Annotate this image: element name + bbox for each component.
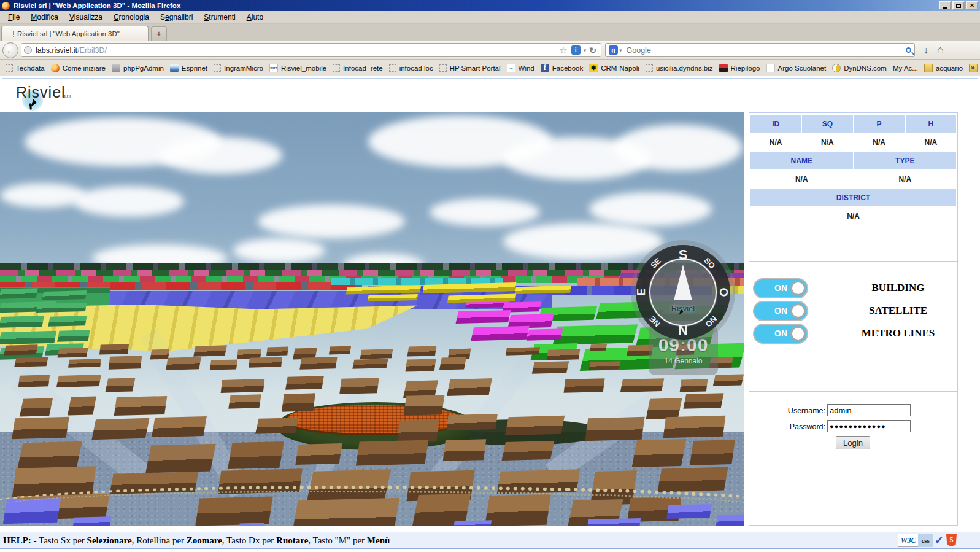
- brown-building: [99, 344, 129, 354]
- url-dropdown-icon[interactable]: ▾: [584, 47, 587, 53]
- dyndns-icon: [832, 64, 841, 72]
- bookmark-infocad-rete[interactable]: Infocad -rete: [330, 63, 386, 73]
- green-row-block: [0, 316, 44, 328]
- search-input[interactable]: [627, 46, 906, 55]
- compass-west: O: [717, 288, 731, 297]
- bookmark-crm-napoli[interactable]: ✱CRM-Napoli: [586, 63, 642, 74]
- bookmark-hp-smart-portal[interactable]: HP Smart Portal: [436, 63, 504, 73]
- bookmark-acquario[interactable]: acquario: [921, 63, 966, 74]
- minimize-icon: [943, 7, 947, 9]
- brown-building: [4, 344, 37, 355]
- bookmark-wind[interactable]: ~Wind: [504, 63, 538, 74]
- bookmark-dyndns[interactable]: DynDNS.com - My Ac...: [829, 63, 921, 74]
- window-title: Risviel srl | "Web Application 3D" - Moz…: [14, 2, 180, 9]
- search-icon[interactable]: [906, 47, 911, 53]
- brown-building: [403, 395, 444, 415]
- bookmarks-overflow-chevron-icon[interactable]: »: [971, 63, 975, 72]
- brown-building: [690, 440, 735, 465]
- url-path: /Erbil3D/: [77, 46, 107, 55]
- active-tab[interactable]: Risviel srl | "Web Application 3D": [1, 26, 149, 41]
- brown-building: [18, 375, 50, 387]
- restore-button[interactable]: [952, 1, 965, 10]
- brown-building: [620, 378, 665, 392]
- bookmark-argo-scuolanet[interactable]: Argo Scuolanet: [763, 63, 830, 74]
- google-engine-icon[interactable]: g: [609, 45, 618, 55]
- menu-cronologia[interactable]: Cronologia: [108, 12, 155, 23]
- download-icon[interactable]: ↓: [924, 45, 928, 56]
- minimize-button[interactable]: [939, 1, 951, 10]
- magenta-district-block: [471, 326, 529, 341]
- bookmark-phppgadmin[interactable]: phpPgAdmin: [109, 63, 167, 74]
- window-titlebar[interactable]: Risviel srl | "Web Application 3D" - Moz…: [0, 0, 980, 11]
- back-button[interactable]: ←: [2, 42, 18, 58]
- clock-date: 14 Gennaio: [649, 357, 718, 365]
- username-field[interactable]: [827, 404, 911, 416]
- close-button[interactable]: ✕: [966, 1, 978, 10]
- password-field[interactable]: [827, 420, 911, 432]
- menu-modifica[interactable]: Modifica: [25, 12, 64, 23]
- compass-widget[interactable]: S N E O SE SO NE NO Risviel: [636, 245, 730, 340]
- reload-icon[interactable]: ↻: [589, 45, 596, 55]
- info-icon[interactable]: i: [571, 45, 581, 55]
- menu-aiuto[interactable]: Aiuto: [241, 12, 269, 23]
- bookmark-riepilogo[interactable]: Riepilogo: [716, 63, 763, 74]
- bookmark-ingrammicro[interactable]: IngramMicro: [210, 63, 266, 73]
- brown-building: [105, 378, 135, 392]
- compass-needle-icon: [674, 265, 692, 300]
- login-button[interactable]: Login: [836, 436, 870, 449]
- home-icon[interactable]: ⌂: [937, 44, 944, 56]
- brown-building: [56, 375, 101, 387]
- compass-logo: Risviel: [671, 304, 695, 313]
- metro-lines-toggle[interactable]: ON: [753, 324, 808, 344]
- help-prefix: HELP:: [3, 535, 31, 546]
- toggle-knob[interactable]: [790, 303, 806, 319]
- search-engine-dropdown-icon[interactable]: ▾: [619, 47, 622, 53]
- brown-building: [439, 357, 466, 370]
- col-header-district: DISTRICT: [750, 189, 956, 206]
- bookmark-come-iniziare[interactable]: Come iniziare: [48, 63, 109, 74]
- brown-building: [564, 378, 606, 393]
- col-header-name: NAME: [750, 152, 853, 169]
- 3d-viewport[interactable]: X:410917.53 - Y:4006615.5Development Bui…: [0, 112, 744, 526]
- bookmark-usicilia[interactable]: usicilia.dyndns.biz: [642, 63, 716, 73]
- cloud: [160, 137, 282, 174]
- url-bar[interactable]: labs.risviel.it /Erbil3D/ ☆ i ▾ ↻: [21, 43, 601, 57]
- brown-building: [114, 396, 167, 416]
- value-sq: N/A: [802, 134, 852, 151]
- risviel-logo[interactable]: Risviels.r.l: [16, 84, 71, 101]
- new-tab-button[interactable]: +: [151, 26, 167, 41]
- search-box[interactable]: g ▾: [605, 43, 915, 57]
- bookmark-star-icon[interactable]: ☆: [559, 45, 567, 56]
- default-bookmark-icon: [6, 64, 13, 72]
- menu-bar: File Modifica Visualizza Cronologia Segn…: [0, 11, 980, 24]
- username-label: Username:: [749, 406, 825, 415]
- brown-building: [658, 467, 728, 492]
- menu-strumenti[interactable]: Strumenti: [198, 12, 241, 23]
- brown-building: [249, 357, 282, 367]
- cloud: [233, 238, 325, 263]
- default-bookmark-icon: [646, 64, 653, 72]
- menu-visualizza[interactable]: Visualizza: [64, 12, 108, 23]
- green-row-block: [0, 288, 38, 299]
- html5-badge-icon[interactable]: 5: [946, 534, 957, 546]
- toggle-knob[interactable]: [790, 326, 806, 341]
- default-favicon-icon: [7, 31, 14, 37]
- tab-title: Risviel srl | "Web Application 3D": [17, 30, 120, 37]
- bookmark-techdata[interactable]: Techdata: [2, 63, 48, 73]
- building-toggle[interactable]: ON: [753, 278, 808, 298]
- bookmark-esprinet[interactable]: Esprinet: [167, 63, 210, 74]
- toggle-knob[interactable]: [790, 281, 806, 296]
- brown-building: [145, 443, 215, 473]
- bookmarks-toolbar: Techdata Come iniziare phpPgAdmin Esprin…: [0, 60, 980, 76]
- bookmark-risviel-mobile[interactable]: WRTRisviel_mobile: [266, 63, 330, 74]
- brown-building: [68, 359, 101, 367]
- satellite-label: SATELLITE: [841, 305, 955, 317]
- bookmark-infocad-loc[interactable]: infocad loc: [386, 63, 436, 73]
- brown-building: [663, 416, 725, 438]
- menu-file[interactable]: File: [2, 12, 25, 23]
- satellite-toggle[interactable]: ON: [753, 301, 808, 321]
- menu-segnalibri[interactable]: Segnalibri: [155, 12, 198, 23]
- bookmark-facebook[interactable]: fFacebook: [538, 63, 587, 74]
- phppgadmin-icon: [112, 64, 120, 72]
- w3c-css-badge[interactable]: W3C css: [898, 534, 933, 547]
